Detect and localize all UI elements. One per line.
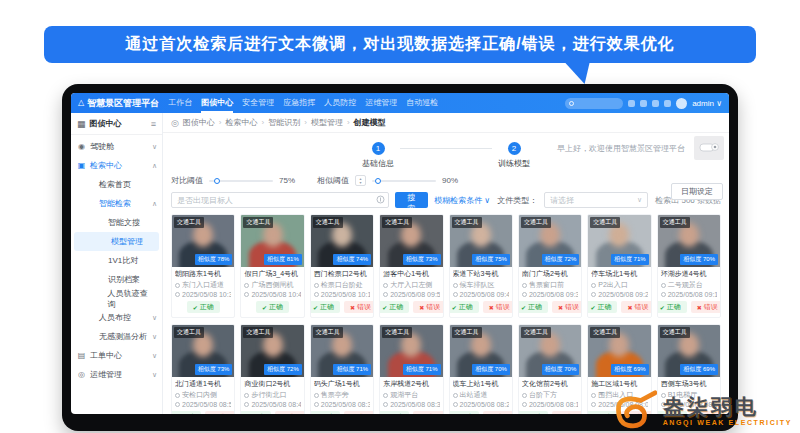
detection-photo[interactable]: 交通工具 相似度 78% xyxy=(172,215,234,267)
sidebar-item-人员轨迹查询[interactable]: 人员轨迹查询 xyxy=(71,289,162,308)
search-button[interactable]: 搜索 xyxy=(395,192,429,208)
detection-photo[interactable]: 交通工具 相似度 73% xyxy=(172,325,234,377)
result-card[interactable]: 交通工具 相似度 81% 假日广场3_4号机 广场西侧闸机 2025/05/08… xyxy=(240,214,304,318)
detection-photo[interactable]: 交通工具 相似度 70% xyxy=(658,215,720,267)
date-setting-button[interactable]: 日期设定 xyxy=(671,183,723,200)
correct-button[interactable]: ✔正确 xyxy=(449,411,479,414)
sidebar-item-驾驶舱[interactable]: ◉ 驾驶舱 ∨ xyxy=(71,137,162,156)
breadcrumb-item[interactable]: 图侦中心 xyxy=(183,117,215,128)
wrong-button[interactable]: ✖错误 xyxy=(275,411,305,414)
breadcrumb-item[interactable]: 创建模型 xyxy=(354,117,386,128)
wrong-button[interactable]: ✖错误 xyxy=(483,301,513,313)
detection-photo[interactable]: 交通工具 相似度 73% xyxy=(380,215,442,267)
breadcrumb-item[interactable]: 检索中心 xyxy=(226,117,258,128)
detection-photo[interactable]: 交通工具 相似度 71% xyxy=(380,325,442,377)
wrong-button[interactable]: ✖错误 xyxy=(691,301,721,313)
breadcrumb-item[interactable]: 模型管理 xyxy=(311,117,343,128)
correct-button[interactable]: ✔正确 xyxy=(449,301,479,313)
result-card[interactable]: 交通工具 相似度 71% 东岸栈道2号机 观湖平台 2025/05/08 08:… xyxy=(379,324,443,414)
result-card[interactable]: 交通工具 相似度 75% 索道下站3号机 候车排队区 2025/05/08 09… xyxy=(449,214,513,318)
correct-button[interactable]: ✔正确 xyxy=(240,411,270,414)
correct-button[interactable]: ✔正确 xyxy=(518,411,548,414)
correct-button[interactable]: ✔正确 xyxy=(310,411,340,414)
message-icon[interactable] xyxy=(640,100,647,107)
module-grid-icon[interactable]: ▦ xyxy=(77,119,86,129)
sidebar-item-检索首页[interactable]: 检索首页 xyxy=(71,175,162,194)
detection-photo[interactable]: 交通工具 相似度 69% xyxy=(658,325,720,377)
back-icon[interactable]: ◎ xyxy=(171,118,179,128)
bell-icon[interactable] xyxy=(652,100,659,107)
top-nav-item[interactable]: 图侦中心 xyxy=(201,94,233,113)
sidebar-item-工单中心[interactable]: ▤ 工单中心 ∨ xyxy=(71,346,162,365)
sidebar-item-无感测温分析[interactable]: 无感测温分析 ∨ xyxy=(71,327,162,346)
sidebar-item-智能文搜[interactable]: 智能文搜 xyxy=(71,213,162,232)
top-nav-item[interactable]: 应急指挥 xyxy=(283,94,315,113)
wrong-button[interactable]: ✖错误 xyxy=(483,411,513,414)
correct-button[interactable]: ✔正确 xyxy=(171,411,201,414)
detection-photo[interactable]: 交通工具 相似度 72% xyxy=(241,325,303,377)
result-card[interactable]: 交通工具 相似度 70% 文化馆前2号机 台阶下方 2025/05/08 08:… xyxy=(518,324,582,414)
top-nav-item[interactable]: 运维管理 xyxy=(365,94,397,113)
file-type-select[interactable]: 请选择 ∨ xyxy=(544,192,648,208)
collapse-menu-icon[interactable]: ≡ xyxy=(151,119,156,129)
result-card[interactable]: 交通工具 相似度 70% 环湖步道4号机 二号观景台 2025/05/08 09… xyxy=(657,214,721,318)
result-card[interactable]: 交通工具 相似度 74% 西门检票口2号机 检票口台阶处 2025/05/08 … xyxy=(310,214,374,318)
correct-button[interactable]: ✔正确 xyxy=(587,301,617,313)
correct-button[interactable]: ✔正确 xyxy=(187,301,220,313)
result-card[interactable]: 交通工具 相似度 72% 南门广场2号机 售票窗口前 2025/05/08 09… xyxy=(518,214,582,318)
correct-button[interactable]: ✔正确 xyxy=(379,411,409,414)
username[interactable]: admin ∨ xyxy=(692,99,722,108)
advanced-filter-link[interactable]: 模糊检索条件 ∨ xyxy=(434,195,490,206)
threshold2-stepper[interactable]: ▴▾ xyxy=(355,175,366,186)
top-nav-item[interactable]: 自动巡检 xyxy=(406,94,438,113)
sidebar-item-人员布控[interactable]: 人员布控 ∨ xyxy=(71,308,162,327)
detection-photo[interactable]: 交通工具 相似度 81% xyxy=(241,215,303,267)
detection-photo[interactable]: 交通工具 相似度 70% xyxy=(450,325,512,377)
wrong-button[interactable]: ✖错误 xyxy=(205,411,235,414)
wrong-button[interactable]: ✖错误 xyxy=(344,411,374,414)
detection-photo[interactable]: 交通工具 相似度 69% xyxy=(588,325,650,377)
top-nav-item[interactable]: 人员防控 xyxy=(324,94,356,113)
apps-icon[interactable] xyxy=(628,100,635,107)
sidebar-item-识别档案[interactable]: 识别档案 xyxy=(71,270,162,289)
result-card[interactable]: 交通工具 相似度 71% 码头广场1号机 售票亭旁 2025/05/08 08:… xyxy=(310,324,374,414)
wrong-button[interactable]: ✖错误 xyxy=(413,301,443,313)
fullscreen-icon[interactable] xyxy=(664,100,671,107)
sidebar-item-智能检索[interactable]: 智能检索 ∧ xyxy=(71,194,162,213)
correct-button[interactable]: ✔正确 xyxy=(310,301,340,313)
result-card[interactable]: 交通工具 相似度 70% 缆车上站1号机 出站通道 2025/05/08 08:… xyxy=(449,324,513,414)
result-card[interactable]: 交通工具 相似度 72% 商业街口2号机 步行街北口 2025/05/08 08… xyxy=(240,324,304,414)
wrong-button[interactable]: ✖错误 xyxy=(621,301,651,313)
wrong-button[interactable]: ✖错误 xyxy=(552,301,582,313)
sidebar-item-1V1比对[interactable]: 1V1比对 xyxy=(71,251,162,270)
result-card[interactable]: 交通工具 相似度 73% 游客中心1号机 大厅入口左侧 2025/05/08 0… xyxy=(379,214,443,318)
breadcrumb-item[interactable]: 智能识别 xyxy=(268,117,300,128)
correct-button[interactable]: ✔正确 xyxy=(657,301,687,313)
top-nav-item[interactable]: 工作台 xyxy=(168,94,192,113)
detection-photo[interactable]: 交通工具 相似度 72% xyxy=(519,215,581,267)
wrong-button[interactable]: ✖错误 xyxy=(413,411,443,414)
stepper-down-icon[interactable]: ▾ xyxy=(360,181,362,185)
detection-photo[interactable]: 交通工具 相似度 71% xyxy=(588,215,650,267)
detection-photo[interactable]: 交通工具 相似度 74% xyxy=(311,215,373,267)
sidebar-item-运维管理[interactable]: ◎ 运维管理 ∨ xyxy=(71,365,162,384)
sidebar-item-检索中心[interactable]: ▣ 检索中心 ∧ xyxy=(71,156,162,175)
correct-button[interactable]: ✔正确 xyxy=(379,301,409,313)
result-card[interactable]: 交通工具 相似度 78% 朝阳路东1号机 东门入口通道 2025/05/08 1… xyxy=(171,214,235,318)
threshold2-slider[interactable] xyxy=(372,180,436,182)
detection-photo[interactable]: 交通工具 相似度 75% xyxy=(450,215,512,267)
target-search-input[interactable] xyxy=(171,192,389,208)
threshold1-slider[interactable] xyxy=(209,180,273,182)
header-search-input[interactable] xyxy=(565,98,623,109)
top-nav-item[interactable]: 安全管理 xyxy=(242,94,274,113)
result-card[interactable]: 交通工具 相似度 73% 北门通道1号机 安检口内侧 2025/05/08 08… xyxy=(171,324,235,414)
detection-photo[interactable]: 交通工具 相似度 71% xyxy=(311,325,373,377)
sidebar-item-模型管理[interactable]: 模型管理 xyxy=(74,232,159,251)
detection-photo[interactable]: 交通工具 相似度 70% xyxy=(519,325,581,377)
wrong-button[interactable]: ✖错误 xyxy=(552,411,582,414)
correct-button[interactable]: ✔正确 xyxy=(256,301,289,313)
attachment-icon[interactable] xyxy=(376,195,385,204)
avatar[interactable] xyxy=(676,98,687,109)
result-card[interactable]: 交通工具 相似度 71% 停车场北1号机 P2出入口 2025/05/08 09… xyxy=(587,214,651,318)
correct-button[interactable]: ✔正确 xyxy=(518,301,548,313)
